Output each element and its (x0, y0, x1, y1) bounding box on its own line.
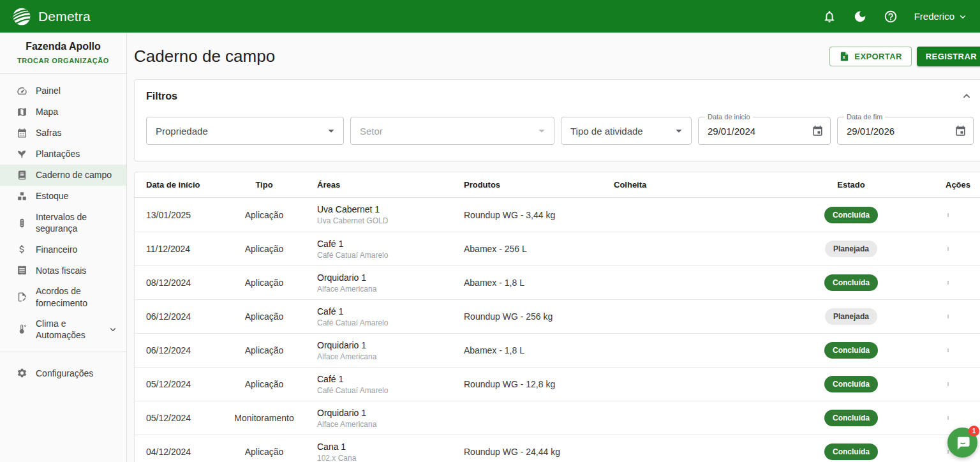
sidebar-item-plantacoes[interactable]: Plantações (0, 144, 126, 165)
cell-areas: Café 1 Café Catuaí Amarelo (307, 306, 454, 327)
table-row[interactable]: 04/12/2024 Aplicação Cana 1 102.x Cana R… (135, 435, 980, 462)
sidebar-item-clima-e-automacoes[interactable]: Clima e Automações (0, 313, 126, 345)
sidebar-nav: Painel Mapa Safras Plantações Caderno de… (0, 74, 126, 348)
sidebar-item-estoque[interactable]: Estoque (0, 186, 126, 207)
thermometer-icon (17, 324, 27, 334)
dark-mode-moon-icon[interactable] (853, 10, 867, 24)
more-actions-icon[interactable] (946, 209, 951, 221)
sidebar-item-label: Notas fiscais (36, 265, 86, 276)
cell-actions (935, 277, 957, 288)
cell-type: Aplicação (211, 244, 307, 254)
cell-areas: Orquidario 1 Alface Americana (307, 340, 454, 361)
column-header: Data de início (135, 180, 211, 190)
notifications-bell-icon[interactable] (822, 10, 836, 24)
status-badge: Planejada (825, 308, 877, 325)
table-row[interactable]: 06/12/2024 Aplicação Orquidario 1 Alface… (135, 333, 980, 367)
cell-areas: Café 1 Café Catuaí Amarelo (307, 239, 454, 260)
sidebar-item-label: Configurações (36, 368, 93, 379)
sidebar-item-financeiro[interactable]: Financeiro (0, 239, 126, 260)
cell-type: Aplicação (211, 278, 307, 288)
cell-products: Abamex - 1,8 L (454, 278, 604, 288)
cell-type: Aplicação (211, 379, 307, 389)
chat-unread-badge: 1 (969, 426, 979, 436)
chevron-down-icon (957, 11, 969, 22)
page-title: Caderno de campo (134, 47, 275, 66)
sidebar-item-intervalos-de-seguranca[interactable]: Intervalos de segurança (0, 207, 126, 239)
cell-status: Concluída (757, 274, 935, 291)
more-actions-icon[interactable] (946, 243, 951, 255)
chat-button[interactable]: 1 (947, 428, 977, 458)
status-badge: Concluída (824, 342, 878, 359)
sidebar-item-mapa[interactable]: Mapa (0, 101, 126, 123)
cell-type: Monitoramento (211, 413, 307, 423)
user-name: Frederico (914, 11, 954, 22)
cell-areas: Café 1 Café Catuaí Amarelo (307, 374, 454, 395)
inventory-icon (17, 191, 27, 202)
more-actions-icon[interactable] (946, 277, 951, 288)
sidebar-item-safras[interactable]: Safras (0, 123, 126, 144)
sidebar-item-label: Estoque (36, 190, 68, 202)
cell-status: Planejada (757, 308, 935, 325)
table-row[interactable]: 05/12/2024 Monitoramento Orquidario 1 Al… (135, 401, 980, 435)
calendar-icon[interactable] (954, 125, 967, 137)
more-actions-icon[interactable] (946, 378, 951, 390)
cell-areas: Orquidario 1 Alface Americana (307, 272, 454, 294)
user-menu[interactable]: Frederico (914, 11, 969, 22)
sidebar-item-notas-fiscais[interactable]: Notas fiscais (0, 260, 126, 281)
calendar-icon[interactable] (812, 125, 824, 137)
cell-actions (935, 209, 957, 221)
map-icon (17, 107, 27, 117)
more-actions-icon[interactable] (946, 311, 951, 322)
dropdown-arrow-icon (535, 124, 549, 138)
sidebar-item-acordos-de-fornecimento[interactable]: Acordos de fornecimento (0, 281, 126, 313)
register-button[interactable]: REGISTRAR (917, 47, 980, 66)
cell-status: Planejada (757, 241, 935, 257)
collapse-filters-chevron-up-icon[interactable] (960, 89, 974, 103)
chevron-down-icon (107, 324, 119, 335)
sector-select[interactable]: Setor (350, 117, 554, 145)
table-row[interactable]: 05/12/2024 Aplicação Café 1 Café Catuaí … (135, 367, 980, 401)
traffic-light-icon (17, 218, 27, 228)
money-icon (17, 244, 27, 255)
sector-select-value: Setor (360, 126, 383, 137)
cell-products: Abamex - 256 L (454, 244, 604, 254)
cell-start-date: 05/12/2024 (135, 379, 211, 389)
help-icon[interactable] (884, 10, 898, 24)
end-date-field[interactable]: Data de fim 29/01/2026 (837, 117, 974, 145)
sidebar-item-painel[interactable]: Painel (0, 80, 126, 101)
activity-type-select-value: Tipo de atividade (570, 126, 643, 137)
cell-type: Aplicação (211, 311, 307, 322)
excel-file-icon: x (839, 51, 850, 62)
contract-icon (17, 292, 27, 302)
column-header: Estado (757, 180, 935, 190)
table-row[interactable]: 08/12/2024 Aplicação Orquidario 1 Alface… (135, 265, 980, 299)
activity-type-select[interactable]: Tipo de atividade (561, 117, 692, 145)
main-content: Caderno de campo x EXPORTAR REGISTRAR F (127, 33, 980, 462)
organization-name: Fazenda Apollo (5, 41, 121, 52)
sidebar-item-label: Financeiro (36, 244, 77, 255)
cell-start-date: 13/01/2025 (135, 210, 211, 220)
cell-status: Concluída (757, 443, 935, 460)
top-app-bar: Demetra Frederico (0, 0, 980, 33)
more-actions-icon[interactable] (946, 412, 951, 424)
table-row[interactable]: 06/12/2024 Aplicação Café 1 Café Catuaí … (135, 299, 980, 333)
cell-start-date: 06/12/2024 (135, 311, 211, 322)
chat-bubble-icon (954, 434, 972, 452)
table-header-row: Data de inícioTipoÁreasProdutosColheitaE… (135, 172, 980, 198)
sidebar-item-label: Clima e Automações (36, 318, 99, 341)
table-row[interactable]: 11/12/2024 Aplicação Café 1 Café Catuaí … (135, 232, 980, 265)
status-badge: Planejada (825, 241, 877, 257)
sidebar-item-caderno-de-campo[interactable]: Caderno de campo (0, 165, 126, 186)
start-date-field[interactable]: Data de inicio 29/01/2024 (698, 117, 831, 145)
more-actions-icon[interactable] (946, 345, 951, 356)
book-icon (17, 170, 27, 181)
sidebar-item-label: Safras (36, 127, 61, 138)
cell-start-date: 04/12/2024 (135, 447, 211, 457)
table-row[interactable]: 13/01/2025 Aplicação Uva Cabernet 1 Uva … (135, 198, 980, 232)
switch-organization-link[interactable]: TROCAR ORGANIZAÇÃO (17, 57, 109, 64)
sidebar-item-label: Painel (36, 85, 61, 96)
property-select[interactable]: Propriedade (146, 117, 344, 145)
export-button[interactable]: x EXPORTAR (829, 47, 911, 66)
plant-icon (17, 149, 27, 160)
sidebar-item-configuracoes[interactable]: Configurações (0, 362, 126, 384)
